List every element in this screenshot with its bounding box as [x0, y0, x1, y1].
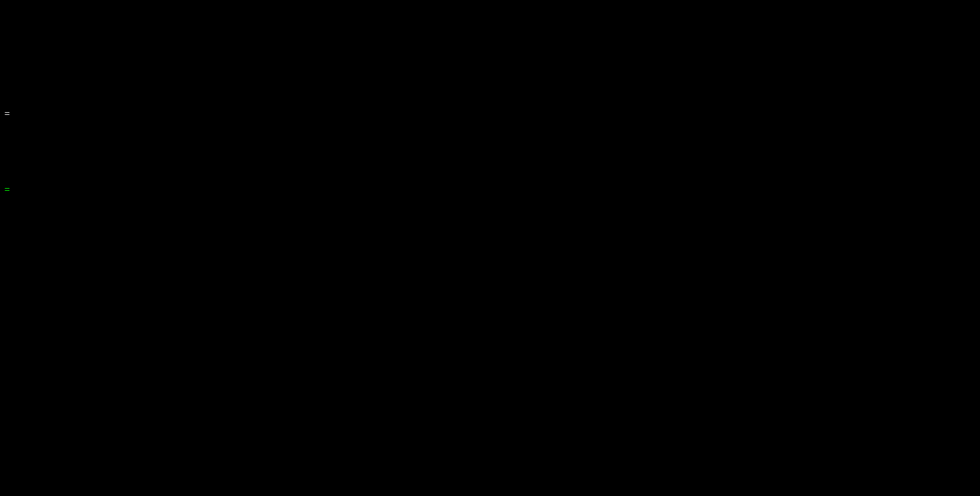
- env-path: =: [4, 185, 977, 196]
- env-ls-colors: =: [4, 109, 977, 120]
- terminal[interactable]: = =: [0, 0, 980, 244]
